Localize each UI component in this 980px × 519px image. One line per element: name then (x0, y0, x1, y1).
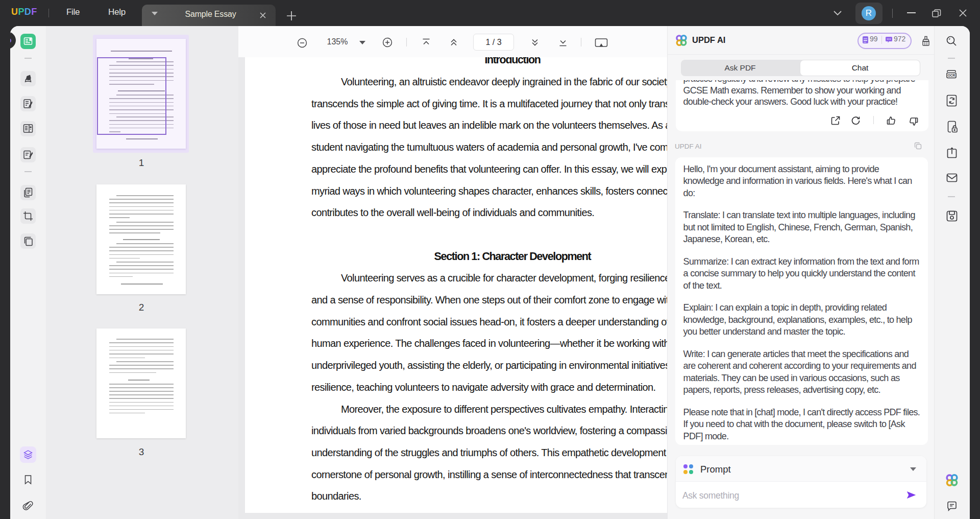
svg-text:OCR: OCR (948, 74, 955, 77)
